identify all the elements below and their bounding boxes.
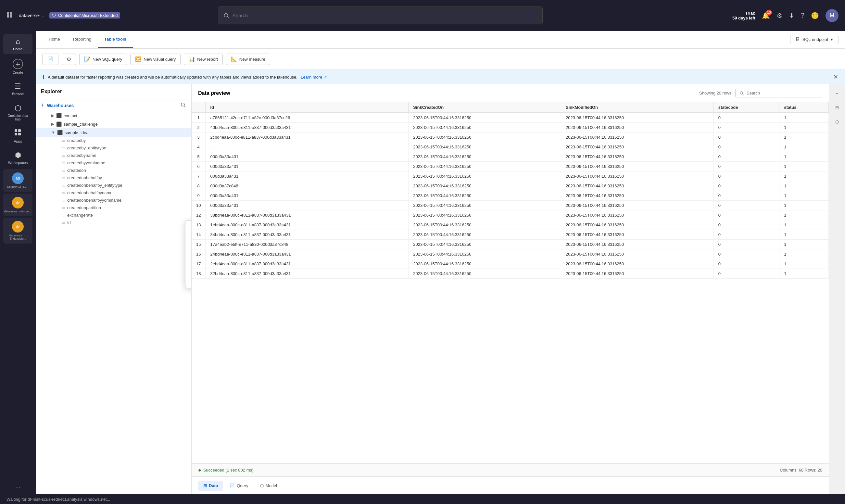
- new-visual-query-button[interactable]: 🔀 New visual query: [130, 54, 181, 65]
- external-link-icon: ↗: [323, 75, 327, 79]
- sidebar-item-home[interactable]: ⌂ Home: [3, 34, 33, 54]
- tree-item-sample-idea[interactable]: ▼ ⬛ sample_idea: [36, 128, 191, 137]
- tree-item-sample-challenge[interactable]: ▶ ⬛ sample_challenge: [36, 120, 191, 128]
- sidebar-item-create[interactable]: + Create: [3, 56, 33, 78]
- main-layout: ⌂ Home + Create ☰ Browse ⬡ OneLake data …: [0, 31, 845, 494]
- query-tab-icon: 📄: [230, 483, 235, 488]
- column-createdonbehalfby-entitytype[interactable]: ▭ createdonbehalfby_entitytype: [36, 182, 191, 189]
- col-header-sinkmodifiedon: SinkModifiedOn: [561, 102, 714, 113]
- new-measure-button[interactable]: 📐 New measure: [226, 54, 270, 65]
- notifications-button[interactable]: 🔔 10: [762, 12, 770, 19]
- new-sql-query-button[interactable]: 📝 New SQL query: [79, 54, 127, 65]
- cell-id: 2ebd4eaa-800c-e811-a837-000d3a33a431: [205, 259, 409, 269]
- column-createdby-entitytype[interactable]: ▭ createdby_entitytype: [36, 144, 191, 152]
- table-icon: ⬛: [56, 113, 62, 118]
- context-menu-item-new-sql[interactable]: 📄 New SQL query ▶ Select TOP 100: [185, 223, 192, 235]
- cell-statecode: 0: [714, 230, 779, 240]
- column-createdon[interactable]: ▭ createdon: [36, 167, 191, 174]
- feedback-button[interactable]: 🙂: [811, 12, 819, 19]
- cell-status: 1: [779, 132, 829, 142]
- add-right-icon[interactable]: +: [831, 87, 843, 99]
- tab-model[interactable]: ⬡ Model: [255, 481, 282, 491]
- data-panel-header: Data preview Showing 20 rows: [192, 84, 829, 102]
- learn-more-link[interactable]: Learn more ↗: [301, 75, 327, 79]
- search-input[interactable]: [233, 13, 537, 18]
- global-search-box[interactable]: [218, 6, 543, 24]
- context-menu-item-properties[interactable]: ⊞ Properties: [185, 273, 192, 286]
- cell-statecode: 0: [714, 142, 779, 152]
- data-tab-icon: ⊞: [203, 483, 207, 488]
- cell-sinkmodifiedon: 2023-06-15T00:44:16.3316250: [561, 259, 714, 269]
- col-header-statecode: statecode: [714, 102, 779, 113]
- context-menu-item-hide-report[interactable]: 👁 Hide in report view: [185, 261, 192, 273]
- cell-statecode: 0: [714, 152, 779, 162]
- expand-right-icon[interactable]: ⬡: [831, 116, 843, 128]
- svg-rect-1: [10, 12, 12, 15]
- column-createdby[interactable]: ▭ createdby: [36, 137, 191, 144]
- tab-data[interactable]: ⊞ Data: [198, 481, 223, 491]
- column-createdbyname[interactable]: ▭ createdbyname: [36, 152, 191, 159]
- data-search-input[interactable]: [747, 91, 818, 95]
- sidebar-item-dataverse1[interactable]: dv dataverse_milindav...: [3, 194, 33, 216]
- sql-endpoint-button[interactable]: 🗄 SQL endpoint ▾: [790, 35, 839, 44]
- grid-right-icon[interactable]: ⊞: [831, 102, 843, 113]
- settings-gear-button[interactable]: ⚙: [62, 54, 76, 65]
- gear-icon: ⚙: [67, 56, 71, 62]
- tree-item-contact[interactable]: ▶ ⬛ contact: [36, 111, 191, 120]
- column-createdonbehalfbyname[interactable]: ▭ createdonbehalfbyname: [36, 189, 191, 196]
- tab-query[interactable]: 📄 Query: [224, 481, 253, 491]
- sidebar-item-milindav[interactable]: Mi Milindav-CA-...: [3, 169, 33, 192]
- report-icon: 📊: [189, 56, 195, 62]
- help-button[interactable]: ?: [801, 12, 804, 19]
- shield-icon: 🛡: [52, 13, 56, 18]
- cell-sinkmodifiedon: 2023-06-15T00:44:16.3316250: [561, 191, 714, 201]
- context-menu-item-remove-dataset[interactable]: ✕ Remove from default dataset: [185, 248, 192, 261]
- sidebar-item-onelake[interactable]: ⬡ OneLake data hub: [3, 100, 33, 124]
- file-icon-button[interactable]: 📄: [42, 54, 58, 65]
- apps-grid-icon[interactable]: [6, 12, 14, 19]
- cell-statecode: 0: [714, 123, 779, 132]
- cell-sinkcreatedon: 2023-06-15T00:44:16.3316250: [409, 152, 561, 162]
- column-exchangerate[interactable]: ▭ exchangerate: [36, 211, 191, 219]
- info-bar-close-button[interactable]: ✕: [833, 73, 838, 80]
- cell-sinkcreatedon: 2023-06-15T00:44:16.3316250: [409, 162, 561, 172]
- cell-sinkmodifiedon: 2023-06-15T00:44:16.3316250: [561, 142, 714, 152]
- download-button[interactable]: ⬇: [789, 12, 794, 19]
- svg-rect-8: [15, 133, 17, 136]
- warehouses-row[interactable]: + Warehouses: [36, 100, 191, 111]
- new-report-button[interactable]: 📊 New report: [184, 54, 223, 65]
- column-createdbyyominame[interactable]: ▭ createdbyyominame: [36, 159, 191, 167]
- settings-button[interactable]: ⚙: [776, 12, 782, 19]
- add-warehouse-icon[interactable]: +: [41, 102, 44, 109]
- sidebar-item-workspaces[interactable]: ⬢ Workspaces: [3, 148, 33, 168]
- data-search-box[interactable]: [735, 89, 822, 97]
- cell-id: 38bd4eaa-800c-e811-a837-000d3a33a431: [205, 211, 409, 220]
- avatar[interactable]: M: [826, 9, 839, 22]
- column-createdonpartition[interactable]: ▭ createdonpartition: [36, 204, 191, 211]
- info-icon: ℹ: [42, 74, 44, 80]
- context-menu-item-new-measure[interactable]: 📊 New measure: [185, 235, 192, 248]
- column-id[interactable]: ▭ Id: [36, 219, 191, 226]
- table-row: 5 000d3a33a431 2023-06-15T00:44:16.33162…: [192, 152, 829, 162]
- svg-line-5: [227, 17, 229, 18]
- column-createdonbehalfbyyominame[interactable]: ▭ createdonbehalfbyyominame: [36, 196, 191, 204]
- cell-statecode: 0: [714, 181, 779, 191]
- sidebar-item-dataverse2[interactable]: dv dataverse_m ilindavdem...: [3, 218, 33, 244]
- svg-line-11: [184, 106, 186, 107]
- cell-sinkcreatedon: 2023-06-15T00:44:16.3316250: [409, 230, 561, 240]
- table-row: 16 24bd4eaa-800c-e811-a837-000d3a33a431 …: [192, 249, 829, 259]
- cell-status: 1: [779, 162, 829, 172]
- cell-statecode: 0: [714, 211, 779, 220]
- cell-id: 000d3a33a431: [205, 162, 409, 172]
- tab-reporting[interactable]: Reporting: [67, 31, 98, 48]
- sidebar-item-browse[interactable]: ☰ Browse: [3, 79, 33, 99]
- sidebar-more-button[interactable]: ···: [15, 484, 21, 491]
- column-createdonbehalfby[interactable]: ▭ createdonbehalfby: [36, 174, 191, 182]
- sidebar-item-apps[interactable]: Apps: [3, 126, 33, 146]
- table-row: 6 000d3a33a431 2023-06-15T00:44:16.33162…: [192, 162, 829, 172]
- context-menu: 📄 New SQL query ▶ Select TOP 100 📊 New m…: [185, 220, 192, 288]
- search-warehouses-icon[interactable]: [180, 102, 186, 109]
- tab-home[interactable]: Home: [42, 31, 67, 48]
- tab-table-tools[interactable]: Table tools: [98, 31, 133, 48]
- data-panel-right: Showing 20 rows: [699, 89, 822, 97]
